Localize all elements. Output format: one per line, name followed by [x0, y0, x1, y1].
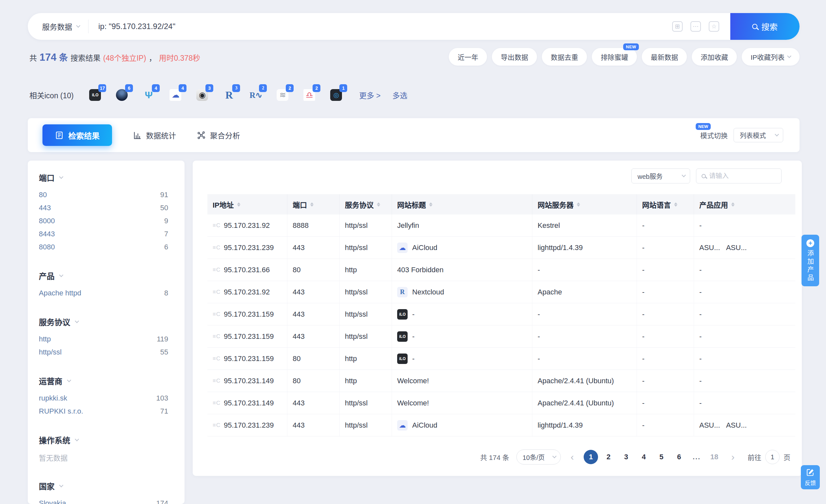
facet-link[interactable]: 80 [39, 191, 47, 199]
table-row[interactable]: ≡C 95.170.231.149 443 http/ssl Welcome! … [208, 392, 795, 414]
antenna-icon[interactable]: Ψ 4 [143, 89, 155, 101]
row-detail-copy-icon[interactable]: ≡C [213, 222, 221, 229]
balance-icon[interactable]: ♎ 2 [303, 89, 315, 101]
syntax-helper-icon[interactable]: ⋯ [691, 21, 701, 32]
column-filter-select[interactable]: web服务 [631, 169, 690, 183]
camera-icon[interactable]: ◉ 3 [196, 89, 208, 101]
tab-aggregation-analysis[interactable]: 聚合分析 [197, 130, 240, 141]
r-chart-icon[interactable]: R∿ 2 [250, 89, 261, 101]
table-search-input[interactable] [709, 172, 776, 180]
action-button[interactable]: 添加收藏 [692, 48, 737, 66]
page-number[interactable]: 5 [654, 450, 668, 464]
table-row[interactable]: ≡C 95.170.231.92 8888 http/ssl Jellyfin … [208, 214, 795, 237]
sort-icon[interactable] [577, 201, 580, 208]
add-product-button[interactable]: + 添加产品 [802, 235, 819, 286]
page-number[interactable]: 1 [584, 450, 598, 464]
page-number[interactable]: 2 [601, 450, 616, 464]
multi-select-link[interactable]: 多选 [392, 89, 407, 101]
row-detail-copy-icon[interactable]: ≡C [213, 400, 221, 406]
facet-link[interactable]: 443 [39, 204, 51, 212]
action-button[interactable]: IP收藏列表 [742, 48, 800, 66]
tab-data-statistics[interactable]: 数据统计 [133, 130, 176, 141]
facet-title-isp[interactable]: 运营商 [39, 375, 168, 386]
facet-title-product[interactable]: 产品 [39, 270, 168, 281]
column-header[interactable]: 网站服务器 [532, 194, 637, 214]
column-header[interactable]: 产品应用 [694, 194, 795, 214]
table-row[interactable]: ≡C 95.170.231.159 443 http/ssl - - - - [208, 303, 795, 325]
facet-item: 8000 9 [39, 214, 168, 228]
page-number[interactable]: 18 [707, 450, 721, 464]
view-mode-select[interactable]: 列表模式 [733, 128, 783, 142]
more-link[interactable]: 更多 > [359, 89, 380, 101]
sort-icon[interactable] [237, 201, 240, 208]
row-detail-copy-icon[interactable]: ≡C [213, 267, 221, 273]
action-button[interactable]: 排除蜜罐 NEW [592, 48, 637, 66]
table-row[interactable]: ≡C 95.170.231.66 80 http 403 Forbidden -… [208, 259, 795, 281]
page-number[interactable]: 6 [672, 450, 686, 464]
search-input[interactable] [88, 22, 672, 31]
facet-sidebar: 端口 80 91 443 50 8000 9 8443 7 8080 [28, 161, 184, 504]
facet-link[interactable]: Apache httpd [39, 289, 81, 297]
facet-title-os[interactable]: 操作系统 [39, 434, 168, 446]
table-row[interactable]: ≡C 95.170.231.92 443 http/ssl Nextcloud … [208, 281, 795, 303]
facet-title-port[interactable]: 端口 [39, 172, 168, 183]
row-detail-copy-icon[interactable]: ≡C [213, 289, 221, 296]
next-page-button[interactable]: › [727, 452, 739, 462]
table-row[interactable]: ≡C 95.170.231.149 80 http Welcome! Apach… [208, 370, 795, 392]
facet-link[interactable]: RUPKKI s.r.o. [39, 407, 83, 416]
page-number[interactable]: 4 [637, 450, 651, 464]
per-page-select[interactable]: 10条/页 [516, 449, 561, 464]
sort-icon[interactable] [731, 201, 734, 208]
facet-link[interactable]: 8080 [39, 243, 55, 251]
goto-page-input[interactable]: 1 [765, 450, 780, 464]
network-mapping-icon[interactable]: ⊞ [672, 21, 683, 32]
action-button[interactable]: 最新数据 [642, 48, 687, 66]
action-button[interactable]: 近一年 [449, 48, 487, 66]
search-category-select[interactable]: 服务数据 [28, 21, 88, 32]
column-header[interactable]: 网站语言 [637, 194, 694, 214]
ilo-icon[interactable]: iLO 17 [89, 89, 101, 101]
page-number[interactable]: ... [690, 450, 704, 464]
prev-page-button[interactable]: ‹ [566, 452, 578, 462]
row-detail-copy-icon[interactable]: ≡C [213, 378, 221, 384]
column-header[interactable]: 网站标题 [392, 194, 532, 214]
facet-count: 7 [164, 230, 168, 238]
asus-cloud-icon[interactable]: ☁ 4 [170, 89, 181, 101]
sort-icon[interactable] [674, 201, 677, 208]
row-detail-copy-icon[interactable]: ≡C [213, 311, 221, 318]
search-button[interactable]: 搜索 [730, 13, 800, 40]
facet-title-protocol[interactable]: 服务协议 [39, 316, 168, 327]
table-row[interactable]: ≡C 95.170.231.159 80 http - - - - [208, 348, 795, 370]
column-header[interactable]: 服务协议 [340, 194, 392, 214]
r-serif-icon[interactable]: R 3 [223, 89, 235, 101]
facet-link[interactable]: 8443 [39, 230, 55, 238]
page-number[interactable]: 3 [619, 450, 633, 464]
circuit-icon[interactable]: ◎ 1 [330, 89, 342, 101]
action-button[interactable]: 导出数据 [492, 48, 537, 66]
facet-link[interactable]: http/ssl [39, 348, 62, 357]
globe-icon[interactable]: 6 [116, 89, 128, 101]
tab-search-results[interactable]: 检索结果 [43, 124, 112, 146]
favorite-query-icon[interactable]: ☆ [709, 21, 719, 32]
row-detail-copy-icon[interactable]: ≡C [213, 333, 221, 340]
sort-icon[interactable] [310, 201, 313, 208]
column-header[interactable]: IP地址 [208, 194, 287, 214]
sort-icon[interactable] [429, 201, 432, 208]
column-header[interactable]: 端口 [287, 194, 340, 214]
feedback-button[interactable]: 反馈 [801, 465, 820, 489]
row-detail-copy-icon[interactable]: ≡C [213, 356, 221, 362]
facet-link[interactable]: 8000 [39, 217, 55, 225]
table-row[interactable]: ≡C 95.170.231.159 443 http/ssl - - - - [208, 325, 795, 348]
facet-title-country[interactable]: 国家 [39, 480, 168, 492]
table-row[interactable]: ≡C 95.170.231.239 443 http/ssl AiCloud l… [208, 237, 795, 259]
shell-icon[interactable]: ≋ 2 [277, 89, 288, 101]
table-row[interactable]: ≡C 95.170.231.239 443 http/ssl AiCloud l… [208, 414, 795, 436]
action-button[interactable]: 数据去重 [542, 48, 587, 66]
row-detail-copy-icon[interactable]: ≡C [213, 422, 221, 429]
facet-link[interactable]: Slovakia [39, 499, 66, 504]
facet-link[interactable]: rupkki.sk [39, 394, 67, 402]
sort-icon[interactable] [377, 201, 380, 208]
facet-link[interactable]: http [39, 335, 51, 343]
row-detail-copy-icon[interactable]: ≡C [213, 245, 221, 251]
chevron-down-icon [775, 132, 779, 136]
